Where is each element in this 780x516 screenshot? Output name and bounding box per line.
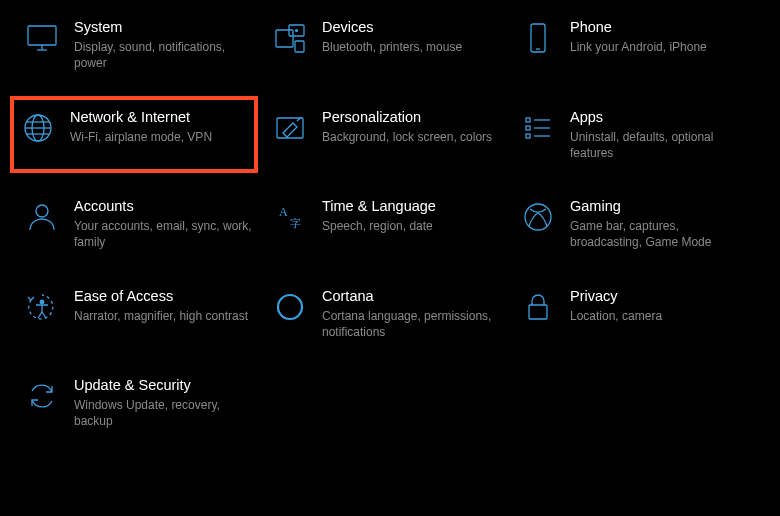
globe-icon (20, 110, 56, 146)
tile-text: System Display, sound, notifications, po… (74, 18, 260, 72)
tile-title: Privacy (570, 287, 748, 305)
tile-desc: Background, lock screen, colors (322, 129, 500, 145)
tile-time-language[interactable]: A字 Time & Language Speech, region, date (266, 193, 514, 255)
tile-text: Devices Bluetooth, printers, mouse (322, 18, 508, 55)
tile-title: Apps (570, 108, 748, 126)
svg-rect-14 (277, 118, 303, 138)
tile-desc: Windows Update, recovery, backup (74, 397, 252, 429)
svg-rect-17 (526, 126, 530, 130)
svg-point-5 (295, 29, 298, 32)
tile-update-security[interactable]: Update & Security Windows Update, recove… (18, 372, 266, 434)
svg-point-27 (278, 295, 302, 319)
tile-text: Gaming Game bar, captures, broadcasting,… (570, 197, 756, 251)
svg-rect-28 (529, 305, 547, 319)
tile-devices[interactable]: Devices Bluetooth, printers, mouse (266, 14, 514, 76)
apps-list-icon (520, 110, 556, 146)
tile-text: Accounts Your accounts, email, sync, wor… (74, 197, 260, 251)
time-language-icon: A字 (272, 199, 308, 235)
tile-desc: Speech, region, date (322, 218, 500, 234)
tile-desc: Location, camera (570, 308, 748, 324)
sync-icon (24, 378, 60, 414)
tile-privacy[interactable]: Privacy Location, camera (514, 283, 762, 345)
svg-point-26 (40, 299, 45, 304)
svg-rect-6 (295, 41, 304, 52)
tile-title: Phone (570, 18, 748, 36)
tile-apps[interactable]: Apps Uninstall, defaults, optional featu… (514, 104, 762, 166)
tile-text: Network & Internet Wi-Fi, airplane mode,… (70, 108, 248, 145)
tile-phone[interactable]: Phone Link your Android, iPhone (514, 14, 762, 76)
tile-desc: Your accounts, email, sync, work, family (74, 218, 252, 250)
tile-ease-of-access[interactable]: Ease of Access Narrator, magnifier, high… (18, 283, 266, 345)
settings-grid: System Display, sound, notifications, po… (0, 0, 780, 444)
svg-rect-16 (526, 118, 530, 122)
tile-personalization[interactable]: Personalization Background, lock screen,… (266, 104, 514, 166)
tile-title: Update & Security (74, 376, 252, 394)
tile-desc: Wi-Fi, airplane mode, VPN (70, 129, 240, 145)
devices-icon (272, 20, 308, 56)
tile-title: Cortana (322, 287, 500, 305)
tile-title: System (74, 18, 252, 36)
tile-system[interactable]: System Display, sound, notifications, po… (18, 14, 266, 76)
paintbrush-icon (272, 110, 308, 146)
tile-text: Personalization Background, lock screen,… (322, 108, 508, 145)
system-icon (24, 20, 60, 56)
tile-accounts[interactable]: Accounts Your accounts, email, sync, wor… (18, 193, 266, 255)
tile-desc: Narrator, magnifier, high contrast (74, 308, 252, 324)
tile-text: Ease of Access Narrator, magnifier, high… (74, 287, 260, 324)
svg-rect-3 (276, 30, 293, 47)
tile-desc: Game bar, captures, broadcasting, Game M… (570, 218, 748, 250)
tile-gaming[interactable]: Gaming Game bar, captures, broadcasting,… (514, 193, 762, 255)
phone-icon (520, 20, 556, 56)
tile-text: Privacy Location, camera (570, 287, 756, 324)
tile-cortana[interactable]: Cortana Cortana language, permissions, n… (266, 283, 514, 345)
tile-desc: Bluetooth, printers, mouse (322, 39, 500, 55)
tile-text: Cortana Cortana language, permissions, n… (322, 287, 508, 341)
svg-text:字: 字 (290, 217, 301, 229)
svg-rect-18 (526, 134, 530, 138)
tile-text: Update & Security Windows Update, recove… (74, 376, 260, 430)
person-icon (24, 199, 60, 235)
tile-text: Time & Language Speech, region, date (322, 197, 508, 234)
tile-title: Gaming (570, 197, 748, 215)
tile-text: Phone Link your Android, iPhone (570, 18, 756, 55)
xbox-icon (520, 199, 556, 235)
svg-point-22 (36, 205, 48, 217)
tile-title: Accounts (74, 197, 252, 215)
cortana-icon (272, 289, 308, 325)
ease-of-access-icon (24, 289, 60, 325)
tile-desc: Display, sound, notifications, power (74, 39, 252, 71)
tile-title: Network & Internet (70, 108, 240, 126)
tile-desc: Uninstall, defaults, optional features (570, 129, 748, 161)
svg-text:A: A (279, 205, 288, 219)
svg-point-25 (525, 204, 551, 230)
tile-network[interactable]: Network & Internet Wi-Fi, airplane mode,… (14, 100, 254, 170)
tile-title: Time & Language (322, 197, 500, 215)
lock-icon (520, 289, 556, 325)
tile-title: Devices (322, 18, 500, 36)
tile-title: Personalization (322, 108, 500, 126)
tile-text: Apps Uninstall, defaults, optional featu… (570, 108, 756, 162)
svg-rect-7 (531, 24, 545, 52)
tile-title: Ease of Access (74, 287, 252, 305)
tile-desc: Link your Android, iPhone (570, 39, 748, 55)
svg-rect-0 (28, 26, 56, 45)
tile-desc: Cortana language, permissions, notificat… (322, 308, 500, 340)
